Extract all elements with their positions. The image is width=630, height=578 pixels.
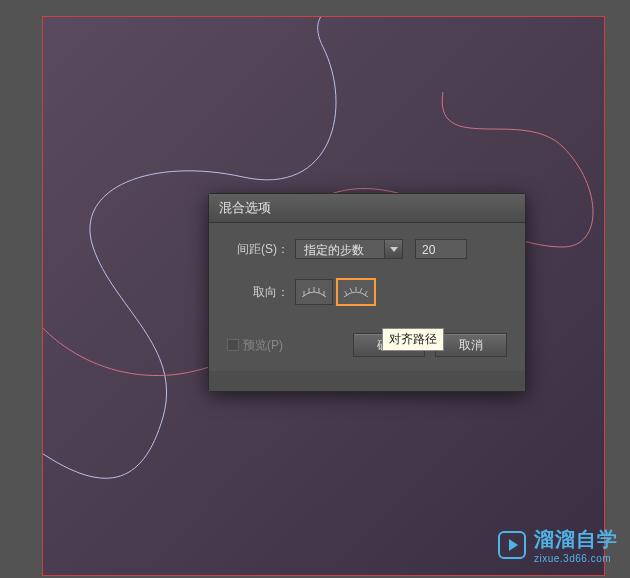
button-row: 预览(P) 确定 取消 — [227, 333, 507, 357]
preview-label: 预览(P) — [243, 337, 283, 354]
watermark-main: 溜溜自学 — [534, 526, 618, 553]
tooltip-align-path: 对齐路径 — [382, 328, 444, 351]
orientation-row: 取向： — [227, 279, 507, 305]
blend-options-dialog: 混合选项 间距(S)： 指定的步数 20 取向： — [208, 193, 526, 392]
svg-line-9 — [365, 291, 367, 295]
svg-line-8 — [360, 288, 362, 292]
cancel-button[interactable]: 取消 — [435, 333, 507, 357]
dialog-body: 间距(S)： 指定的步数 20 取向： — [209, 223, 525, 371]
play-icon — [498, 531, 526, 559]
svg-line-5 — [345, 291, 347, 295]
spacing-label: 间距(S)： — [227, 241, 289, 258]
watermark-text: 溜溜自学 zixue.3d66.com — [534, 526, 618, 564]
dialog-title: 混合选项 — [209, 194, 525, 223]
orientation-group — [295, 279, 375, 305]
spacing-steps-input[interactable]: 20 — [415, 239, 467, 259]
orient-path-icon — [342, 285, 370, 299]
svg-line-6 — [350, 288, 352, 292]
chevron-down-icon[interactable] — [385, 239, 403, 259]
spacing-row: 间距(S)： 指定的步数 20 — [227, 239, 507, 259]
orient-align-page-button[interactable] — [295, 279, 333, 305]
watermark: 溜溜自学 zixue.3d66.com — [498, 526, 618, 564]
checkbox-icon — [227, 339, 239, 351]
dialog-footer — [209, 371, 525, 391]
orient-align-path-button[interactable] — [337, 279, 375, 305]
spacing-select-value: 指定的步数 — [295, 239, 385, 259]
spacing-select[interactable]: 指定的步数 — [295, 239, 403, 259]
preview-checkbox[interactable]: 预览(P) — [227, 337, 343, 354]
orientation-label: 取向： — [227, 284, 289, 301]
orient-page-icon — [300, 285, 328, 299]
watermark-sub: zixue.3d66.com — [534, 553, 618, 564]
